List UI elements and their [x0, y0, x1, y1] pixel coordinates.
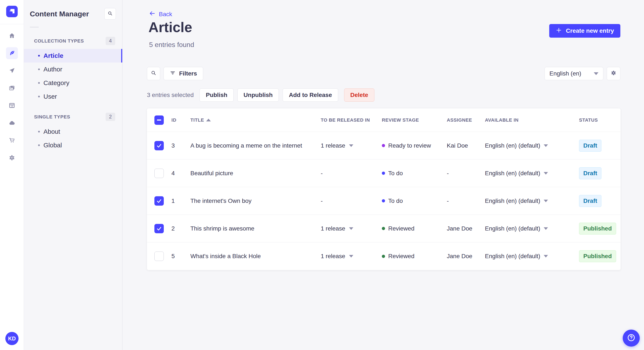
- sidebar-item-about[interactable]: About: [24, 125, 122, 138]
- selection-summary: 3 entries selected: [147, 92, 194, 98]
- row-release-count: -: [321, 170, 323, 177]
- sidebar-item-article[interactable]: Article: [24, 49, 122, 62]
- section-heading: SINGLE TYPES2: [34, 113, 115, 121]
- row-review-stage: To do: [388, 197, 403, 204]
- home-icon[interactable]: [6, 30, 18, 42]
- table-row[interactable]: 2 This shrimp is awesome 1 release Revie…: [147, 215, 620, 242]
- table-header-row: ID TITLE TO BE RELEASED IN REVIEW STAGE …: [147, 108, 620, 132]
- row-available-in: English (en) (default): [485, 197, 540, 204]
- row-id: 1: [172, 197, 190, 204]
- release-caret-icon[interactable]: [349, 255, 353, 257]
- row-available-in: English (en) (default): [485, 253, 540, 260]
- row-checkbox[interactable]: [154, 196, 164, 206]
- search-icon: [150, 70, 156, 77]
- content-manager-subnav: Content Manager COLLECTION TYPES4Article…: [24, 0, 122, 350]
- sidebar-item-category[interactable]: Category: [24, 76, 122, 90]
- sidebar-item-label: Article: [44, 52, 63, 59]
- locale-caret-icon[interactable]: [544, 255, 548, 257]
- filters-button[interactable]: Filters: [164, 67, 203, 80]
- create-new-entry-button[interactable]: Create new entry: [549, 24, 620, 38]
- locale-caret-icon[interactable]: [544, 200, 548, 202]
- stage-dot: [382, 199, 385, 202]
- section-label: COLLECTION TYPES: [34, 38, 84, 44]
- subnav-search-button[interactable]: [104, 8, 116, 19]
- row-id: 5: [172, 253, 190, 260]
- sidebar-item-label: About: [44, 128, 60, 135]
- main-nav-rail: KD: [0, 0, 24, 350]
- back-link[interactable]: Back: [149, 10, 172, 18]
- stage-dot: [382, 255, 385, 258]
- table-row[interactable]: 1 The internet's Own boy - To do - Engli…: [147, 187, 620, 215]
- add-to-release-button[interactable]: Add to Release: [282, 88, 338, 102]
- publish-button[interactable]: Publish: [200, 88, 234, 102]
- page-title: Article: [148, 19, 192, 35]
- locale-select[interactable]: English (en): [544, 67, 603, 80]
- select-all-checkbox[interactable]: [154, 116, 164, 125]
- row-id: 2: [172, 225, 190, 232]
- bullet-icon: [38, 144, 40, 146]
- row-checkbox[interactable]: [154, 141, 164, 150]
- view-settings-button[interactable]: [607, 67, 620, 80]
- row-assignee: -: [447, 170, 485, 177]
- bullet-icon: [38, 68, 40, 70]
- table-row[interactable]: 4 Beautiful picture - To do - English (e…: [147, 160, 620, 187]
- sidebar-item-label: Category: [44, 79, 70, 87]
- locale-selected-value: English (en): [550, 70, 581, 77]
- bullet-icon: [38, 96, 40, 97]
- unpublish-button[interactable]: Unpublish: [238, 88, 279, 102]
- settings-icon[interactable]: [6, 152, 18, 164]
- sidebar-item-user[interactable]: User: [24, 90, 122, 103]
- column-header-status: STATUS: [579, 117, 620, 123]
- row-title: A bug is becoming a meme on the internet: [190, 142, 321, 149]
- bullet-icon: [38, 82, 40, 84]
- section-count-badge: 2: [106, 113, 115, 121]
- row-release-count: -: [321, 197, 323, 204]
- marketplace-icon[interactable]: [6, 134, 18, 146]
- status-badge: Draft: [579, 195, 602, 207]
- status-badge: Draft: [579, 167, 602, 179]
- row-title: This shrimp is awesome: [190, 225, 321, 232]
- row-checkbox[interactable]: [154, 169, 164, 178]
- sidebar-item-global[interactable]: Global: [24, 138, 122, 152]
- help-button[interactable]: [623, 330, 640, 347]
- sidebar-item-label: Author: [44, 66, 62, 73]
- row-checkbox[interactable]: [154, 252, 164, 261]
- column-header-title[interactable]: TITLE: [190, 117, 321, 123]
- status-badge: Published: [579, 250, 616, 262]
- sidebar-item-author[interactable]: Author: [24, 62, 122, 76]
- row-release-count: 1 release: [321, 253, 345, 260]
- cloud-icon[interactable]: [6, 117, 18, 129]
- release-caret-icon[interactable]: [349, 144, 353, 147]
- stage-dot: [382, 172, 385, 175]
- table-row[interactable]: 5 What's inside a Black Hole 1 release R…: [147, 242, 620, 270]
- row-title: The internet's Own boy: [190, 197, 321, 204]
- user-avatar[interactable]: KD: [5, 332, 18, 345]
- locale-caret-icon[interactable]: [544, 172, 548, 175]
- row-title: What's inside a Black Hole: [190, 253, 321, 260]
- chevron-down-icon: [594, 72, 598, 75]
- main-content: Back Article 5 entries found Create new …: [122, 0, 644, 350]
- row-available-in: English (en) (default): [485, 142, 540, 149]
- locale-caret-icon[interactable]: [544, 227, 548, 230]
- filter-icon: [170, 70, 176, 77]
- release-caret-icon[interactable]: [349, 227, 353, 230]
- row-review-stage: Reviewed: [388, 225, 414, 232]
- content-manager-icon[interactable]: [6, 47, 18, 59]
- locale-caret-icon[interactable]: [544, 144, 548, 147]
- table-row[interactable]: 3 A bug is becoming a meme on the intern…: [147, 132, 620, 160]
- sidebar-item-label: Global: [44, 142, 62, 149]
- column-header-released: TO BE RELEASED IN: [321, 117, 382, 123]
- media-library-icon[interactable]: [6, 82, 18, 94]
- row-assignee: Jane Doe: [447, 225, 485, 232]
- row-checkbox[interactable]: [154, 224, 164, 233]
- search-entries-button[interactable]: [147, 67, 160, 80]
- releases-icon[interactable]: [6, 65, 18, 77]
- row-assignee: Jane Doe: [447, 253, 485, 260]
- content-type-builder-icon[interactable]: [6, 100, 18, 111]
- row-available-in: English (en) (default): [485, 170, 540, 177]
- delete-button[interactable]: Delete: [344, 88, 374, 102]
- row-assignee: Kai Doe: [447, 142, 485, 149]
- rail-divider: [0, 24, 24, 24]
- stage-dot: [382, 144, 385, 147]
- bullet-icon: [38, 131, 40, 133]
